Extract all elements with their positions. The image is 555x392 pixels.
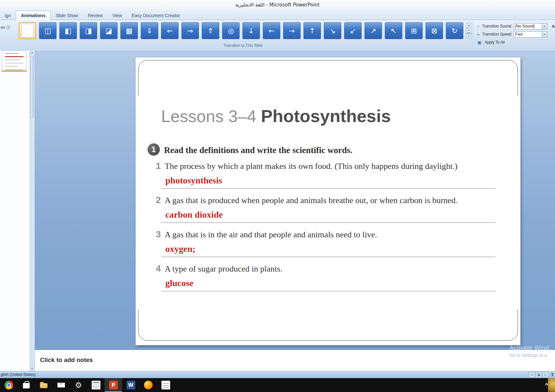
transition-wipe-left[interactable]: ⇐ — [161, 22, 179, 39]
ribbon-tab-review[interactable]: Review — [83, 11, 108, 20]
transition-sound-value: [No Sound] — [514, 24, 542, 28]
panel-scrollbar[interactable]: ▴ ▾ — [30, 50, 34, 371]
transition-push-left[interactable]: ← — [263, 22, 280, 39]
taskbar: ⚙ P W — [0, 378, 555, 392]
status-bar: glish (United States) ▭ ▦ ▷ T — [0, 371, 555, 378]
answer-line — [161, 257, 496, 257]
gallery-scroll-up-button[interactable]: ▴ — [466, 23, 471, 27]
transition-icon: ↙ — [350, 27, 356, 35]
ribbon-tab-design-partial[interactable]: ign — [0, 11, 16, 20]
transition-icon: ⇒ — [187, 27, 193, 35]
slides-panel: × — [0, 50, 35, 371]
group-label-transition-to-this-slide: Transition to This Slide — [18, 43, 468, 48]
question-item: 4A type of sugar produced in plants. glu… — [136, 263, 511, 291]
ribbon-tab-animations[interactable]: Animations — [16, 11, 51, 20]
taskbar-icon-powerpoint[interactable]: P — [105, 378, 122, 392]
slide-canvas[interactable]: Lessons 3–4 Photosynthesis 1 Read the de… — [136, 57, 520, 345]
apply-to-all-icon: ▣ — [477, 40, 482, 45]
answer-line — [161, 222, 496, 223]
transition-icon: ↻ — [452, 27, 457, 35]
language-indicator[interactable]: glish (United States) — [1, 372, 36, 377]
transition-fade-smoothly[interactable]: ◫ — [39, 22, 57, 39]
taskbar-icon-word[interactable]: W — [122, 378, 139, 392]
notes-placeholder[interactable]: Click to add notes — [40, 356, 93, 364]
slide-thumbnail-5[interactable] — [2, 50, 26, 70]
taskbar-icon-firefox[interactable] — [139, 378, 157, 392]
transition-icon: ⇑ — [208, 27, 213, 35]
transition-wipe-right[interactable]: ⇒ — [181, 22, 199, 39]
wallpaper-sliver — [548, 378, 555, 392]
normal-view-button[interactable]: ▭ — [529, 372, 535, 377]
transition-sound-dropdown[interactable]: [No Sound] ▾ — [514, 23, 547, 29]
transition-icon: ⊠ — [431, 27, 437, 35]
transition-wipe-up[interactable]: ⇑ — [202, 22, 219, 39]
ribbon: on ▾ ◫ ◧ ◨ ◪ ▦ — [0, 20, 555, 51]
question-list: 1The process by which a plant makes its … — [136, 161, 511, 298]
taskbar-icon-text-document[interactable] — [157, 378, 174, 392]
transition-push-down[interactable]: ↓ — [242, 22, 260, 39]
transition-cover-down-left[interactable]: ↙ — [344, 22, 362, 39]
transition-cover-down-right[interactable]: ↘ — [324, 22, 341, 39]
slide-content: Lessons 3–4 Photosynthesis 1 Read the de… — [136, 57, 520, 345]
transition-gallery: ◫ ◧ ◨ ◪ ▦ ⇓ ⇐ — [19, 22, 463, 39]
transition-icon: ↖ — [391, 27, 396, 35]
gallery-scroll-down-button[interactable]: ▾ — [466, 28, 471, 33]
transition-sound-icon: ♪ — [475, 24, 481, 29]
transition-icon: ↗ — [370, 27, 376, 35]
transition-cut-through-black[interactable]: ◪ — [100, 22, 118, 39]
taskbar-icon-mail[interactable] — [52, 378, 70, 392]
activate-windows-watermark: Activate Wind Go to Settings to a — [509, 344, 555, 358]
taskbar-icon-chrome[interactable] — [0, 378, 17, 392]
scroll-up-icon[interactable]: ▴ — [30, 50, 34, 55]
gallery-more-button[interactable]: ▾ — [466, 33, 471, 38]
answer-text: oxygen; — [165, 244, 511, 254]
transition-speed-dropdown[interactable]: Fast ▾ — [514, 31, 547, 37]
watermark-line1: Activate Wind — [509, 344, 555, 352]
slide-sorter-button[interactable]: ▦ — [536, 372, 542, 377]
taskbar-icon-settings[interactable]: ⚙ — [70, 378, 87, 392]
answer-text: glucose — [165, 278, 511, 288]
transition-icon — [21, 24, 34, 37]
chevron-down-icon[interactable]: ▾ — [542, 32, 547, 37]
taskbar-icon-strip: ⚙ P W — [0, 378, 174, 392]
transition-push-up[interactable]: ↑ — [303, 22, 321, 39]
question-number: 3 — [149, 229, 161, 240]
slide-show-button[interactable]: ▷ — [542, 372, 549, 377]
transition-cover-up-left[interactable]: ↖ — [385, 22, 402, 39]
ribbon-tab-view[interactable]: View — [108, 11, 127, 20]
transition-no-transition[interactable] — [19, 22, 36, 39]
transition-settings-group: ♪ Transition Sound: [No Sound] ▾ » Trans… — [475, 23, 555, 47]
scrollbar-thumb[interactable] — [30, 56, 34, 118]
scroll-down-icon[interactable]: ▾ — [30, 366, 34, 371]
transition-fade-through-black[interactable]: ◧ — [59, 22, 77, 39]
ribbon-tab-easy-document-creator[interactable]: Easy Document Creator — [127, 11, 185, 20]
taskbar-icon-calculator[interactable] — [87, 378, 105, 392]
transition-random[interactable]: ↻ — [446, 22, 463, 39]
transition-push-right[interactable]: → — [283, 22, 301, 39]
transition-icon: ◫ — [45, 27, 51, 35]
transition-shape-circle[interactable]: ◎ — [222, 22, 240, 39]
notes-pane[interactable]: Click to add notes — [35, 350, 555, 371]
exercise-number-badge: 1 — [148, 143, 160, 156]
transition-icon: ⇐ — [167, 27, 173, 35]
transition-icon: ◨ — [85, 27, 92, 35]
transition-cut[interactable]: ◨ — [80, 22, 97, 39]
ribbon-left-partial-button[interactable]: on ▾ — [1, 25, 10, 30]
apply-to-all-button[interactable]: ▣ Apply To All — [475, 39, 506, 46]
chevron-down-icon[interactable]: ▾ — [542, 24, 547, 29]
transition-cover-up-right[interactable]: ↗ — [365, 22, 382, 39]
slide-title-prefix: Lessons 3–4 — [161, 107, 261, 126]
transition-dissolve[interactable]: ▦ — [120, 22, 138, 39]
ribbon-group-separator — [473, 22, 473, 48]
taskbar-icon-file-explorer[interactable] — [35, 378, 52, 392]
taskbar-icon-microsoft-store[interactable] — [17, 378, 35, 392]
answer-text: carbon dioxide — [165, 210, 511, 220]
transition-wipe-down[interactable]: ⇓ — [141, 22, 158, 39]
status-bar-right-partial: T — [551, 372, 554, 377]
ribbon-tab-slide-show[interactable]: Slide Show — [51, 11, 83, 20]
transition-strips-out[interactable]: ⊞ — [405, 22, 423, 39]
transition-icon: ↑ — [309, 27, 315, 35]
answer-text: photosynthesis — [165, 175, 511, 186]
question-item: 1The process by which a plant makes its … — [136, 161, 511, 189]
transition-strips-in[interactable]: ⊠ — [426, 22, 443, 39]
